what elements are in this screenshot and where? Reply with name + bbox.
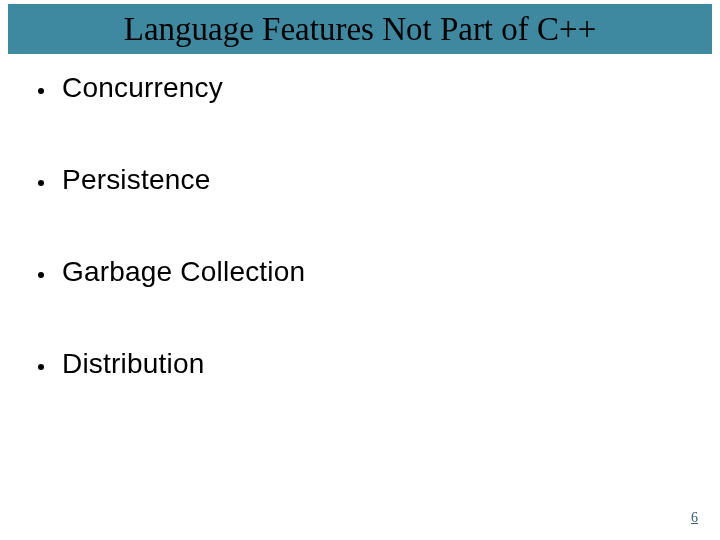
content-area: Concurrency Persistence Garbage Collecti… [0, 54, 720, 380]
bullet-icon [38, 364, 44, 370]
bullet-icon [38, 88, 44, 94]
bullet-item: Garbage Collection [38, 256, 720, 288]
bullet-text: Persistence [62, 164, 211, 196]
bullet-item: Concurrency [38, 72, 720, 104]
bullet-item: Distribution [38, 348, 720, 380]
bullet-icon [38, 180, 44, 186]
title-bar: Language Features Not Part of C++ [8, 4, 712, 54]
bullet-text: Garbage Collection [62, 256, 305, 288]
bullet-text: Concurrency [62, 72, 223, 104]
bullet-item: Persistence [38, 164, 720, 196]
slide-title: Language Features Not Part of C++ [124, 11, 597, 48]
page-number: 6 [691, 510, 698, 526]
bullet-text: Distribution [62, 348, 204, 380]
bullet-icon [38, 272, 44, 278]
